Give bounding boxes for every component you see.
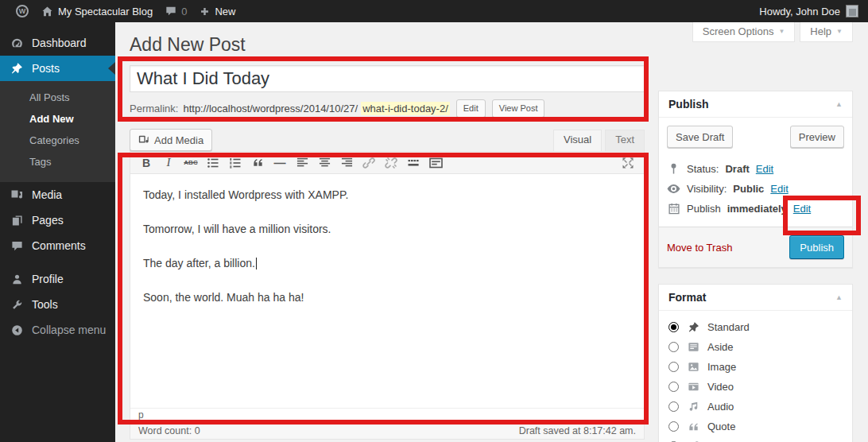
sidebar-item-label: Media — [32, 188, 62, 201]
active-menu-arrow — [108, 62, 115, 75]
format-option-label: Aside — [707, 341, 734, 353]
strikethrough-icon[interactable]: ABC — [180, 153, 202, 173]
editor-paragraph: Soon, the world. Muah ha ha ha! — [143, 291, 631, 304]
schedule-label: Publish — [687, 203, 721, 215]
text-cursor — [256, 258, 257, 269]
italic-icon[interactable]: I — [157, 153, 180, 173]
edit-visibility-link[interactable]: Edit — [770, 183, 788, 195]
blockquote-icon[interactable] — [246, 153, 269, 173]
wordpress-menu-button[interactable]: W — [10, 0, 35, 22]
submenu-item-tags[interactable]: Tags — [0, 151, 115, 173]
user-icon — [10, 273, 24, 285]
bold-icon[interactable]: B — [135, 153, 157, 173]
schedule-value: immediately — [727, 203, 787, 215]
sidebar-item-posts[interactable]: Posts — [0, 56, 115, 81]
sidebar-item-profile[interactable]: Profile — [0, 266, 115, 292]
sidebar-item-comments[interactable]: Comments — [0, 233, 115, 258]
collapse-menu-button[interactable]: Collapse menu — [0, 317, 115, 343]
tab-visual[interactable]: Visual — [553, 130, 602, 151]
submenu-item-categories[interactable]: Categories — [0, 130, 115, 151]
sidebar-item-dashboard[interactable]: Dashboard — [0, 30, 115, 56]
word-count: Word count: 0 — [138, 425, 200, 436]
word-count-value: 0 — [195, 425, 200, 436]
wrench-icon — [10, 299, 24, 311]
word-count-label: Word count: — [138, 425, 192, 436]
menu-separator — [0, 258, 115, 266]
publish-box-header[interactable]: Publish ▲ — [659, 91, 852, 118]
sidebar-item-tools[interactable]: Tools — [0, 292, 115, 317]
schedule-row: Publish immediately Edit — [667, 199, 844, 219]
sidebar-item-pages[interactable]: Pages — [0, 207, 115, 233]
submenu-item-all-posts[interactable]: All Posts — [0, 87, 115, 108]
edit-status-link[interactable]: Edit — [756, 163, 773, 175]
editor-content[interactable]: Today, I installed Wordpress with XAMPP.… — [130, 174, 644, 408]
comments-admin-button[interactable]: 0 — [159, 0, 193, 22]
collapse-toggle-icon[interactable]: ▲ — [835, 293, 843, 301]
audio-icon — [686, 401, 700, 413]
howdy-account-link[interactable]: Howdy, John Doe — [759, 6, 840, 17]
content-area: Screen Options ▼ Help ▼ Add New Post Per… — [115, 22, 868, 442]
save-draft-button[interactable]: Save Draft — [667, 126, 733, 148]
post-status-icon — [667, 163, 680, 175]
screen-options-label: Screen Options — [703, 25, 774, 37]
add-media-label: Add Media — [154, 134, 203, 146]
new-content-button[interactable]: New — [193, 0, 242, 22]
post-title-input[interactable] — [130, 65, 645, 92]
screen-options-button[interactable]: Screen Options ▼ — [692, 22, 796, 42]
link-icon[interactable] — [358, 153, 380, 173]
format-option-label: Video — [707, 381, 734, 393]
format-option-video[interactable]: Video — [668, 377, 843, 397]
sidebar-item-media[interactable]: Media — [0, 182, 115, 207]
submenu-item-add-new[interactable]: Add New — [0, 108, 115, 130]
horizontal-rule-icon[interactable]: — — [269, 153, 291, 173]
format-option-aside[interactable]: Aside — [668, 337, 843, 357]
tab-text[interactable]: Text — [605, 130, 645, 151]
collapse-toggle-icon[interactable]: ▲ — [835, 100, 843, 108]
radio-unchecked[interactable] — [668, 421, 679, 432]
format-box: Format ▲ Standard — [658, 284, 853, 442]
toolbar-toggle-icon[interactable] — [424, 153, 447, 173]
help-button[interactable]: Help ▼ — [800, 22, 853, 42]
preview-button[interactable]: Preview — [790, 126, 844, 148]
format-option-link[interactable]: Link — [668, 436, 843, 442]
publish-button[interactable]: Publish — [789, 235, 844, 259]
visibility-label: Visibility: — [687, 183, 727, 195]
unlink-icon[interactable] — [380, 153, 402, 173]
bulleted-list-icon[interactable] — [202, 153, 224, 173]
format-box-header[interactable]: Format ▲ — [659, 285, 852, 311]
radio-unchecked[interactable] — [668, 382, 679, 392]
editor-paragraph: Today, I installed Wordpress with XAMPP. — [143, 188, 631, 201]
move-to-trash-link[interactable]: Move to Trash — [667, 242, 732, 254]
visibility-row: Visibility: Public Edit — [667, 179, 844, 199]
avatar[interactable] — [846, 5, 858, 17]
distraction-free-icon[interactable] — [617, 153, 639, 173]
sidebar-item-label: Dashboard — [32, 37, 87, 49]
eye-icon — [667, 184, 680, 194]
pushpin-icon — [686, 321, 700, 333]
align-center-icon[interactable] — [313, 153, 335, 173]
new-label: New — [215, 6, 235, 17]
edit-schedule-link[interactable]: Edit — [793, 203, 811, 215]
pages-icon — [10, 215, 24, 227]
radio-unchecked[interactable] — [668, 401, 679, 412]
image-icon — [686, 361, 700, 373]
more-tag-icon[interactable] — [402, 153, 424, 173]
align-left-icon[interactable] — [291, 153, 313, 173]
edit-permalink-button[interactable]: Edit — [456, 99, 486, 118]
site-name-button[interactable]: My Spectacular Blog — [35, 0, 159, 22]
format-option-image[interactable]: Image — [668, 357, 843, 377]
radio-unchecked[interactable] — [668, 362, 679, 372]
view-post-button[interactable]: View Post — [492, 99, 545, 118]
format-option-standard[interactable]: Standard — [668, 317, 843, 337]
permalink-base-url: http://localhost/wordpress/2014/10/27/ — [183, 103, 358, 114]
format-option-quote[interactable]: Quote — [668, 417, 843, 436]
format-option-audio[interactable]: Audio — [668, 397, 843, 417]
numbered-list-icon[interactable] — [224, 153, 246, 173]
add-media-button[interactable]: Add Media — [130, 129, 212, 151]
element-path-bar: p — [130, 408, 644, 421]
sidebar-item-label: Pages — [32, 214, 64, 227]
sidebar-item-label: Posts — [32, 62, 60, 75]
radio-unchecked[interactable] — [668, 342, 679, 352]
radio-checked[interactable] — [668, 322, 679, 332]
align-right-icon[interactable] — [335, 153, 358, 173]
